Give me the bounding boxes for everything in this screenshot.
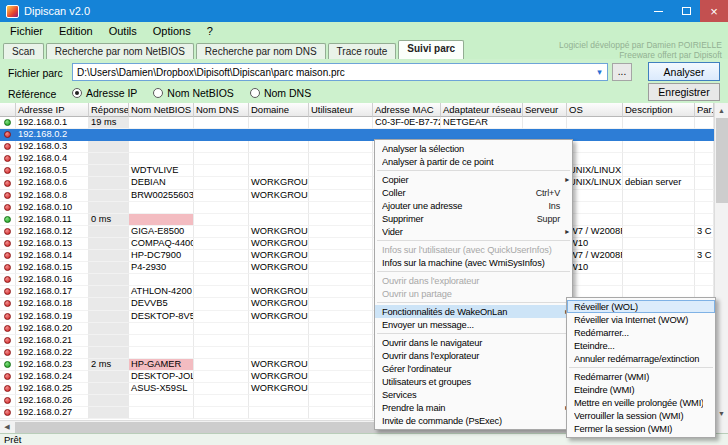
column-header-nom-dns[interactable]: Nom DNS	[194, 103, 249, 117]
column-header-utilisateur[interactable]: Utilisateur	[309, 103, 373, 117]
menu-item-label: Eteindre...	[574, 341, 703, 351]
tab-recherche-par-nom-dns[interactable]: Recherche par nom DNS	[196, 43, 326, 59]
context-menu-item-vider[interactable]: Vider▸	[375, 225, 572, 238]
wol-submenu-item-r-veiller-wol[interactable]: Réveiller (WOL)	[567, 300, 715, 313]
context-menu-item-g-rer-l-ordinateur[interactable]: Gérer l'ordinateur	[375, 362, 572, 375]
cell-os	[567, 117, 623, 129]
radio-nom-dns[interactable]: Nom DNS	[250, 87, 311, 99]
tab-suivi-parc[interactable]: Suivi parc	[398, 40, 464, 59]
cell-ip: 192.168.0.2	[16, 129, 89, 141]
table-row-192-168-0-15[interactable]: 192.168.0.15P4-2930WORKGROUPW10	[0, 262, 714, 274]
vertical-scrollbar[interactable]: ▲ ▼	[714, 103, 728, 420]
context-menu-item-analyser-la-s-lection[interactable]: Analyser la sélection	[375, 142, 572, 155]
combo-dropdown-icon[interactable]: ▾	[592, 67, 607, 77]
context-menu-item-envoyer-un-message[interactable]: Envoyer un message...	[375, 318, 572, 331]
wol-submenu-item-verrouiller-la-session-wmi[interactable]: Verrouiller la session (WMI)	[567, 409, 715, 422]
cell-par	[695, 238, 714, 250]
wol-submenu-item-red-marrer[interactable]: Redémarrer...	[567, 326, 715, 339]
context-menu-item-coller[interactable]: CollerCtrl+V	[375, 186, 572, 199]
wol-submenu-item-red-marrer-wmi[interactable]: Redémarrer (WMI)	[567, 370, 715, 383]
analyser-button[interactable]: Analyser	[648, 62, 720, 81]
enregistrer-button[interactable]: Enregistrer	[648, 83, 720, 101]
wol-submenu-item-fermer-la-session-wmi[interactable]: Fermer la session (WMI)	[567, 422, 715, 435]
cell-ip: 192.168.0.3	[16, 141, 89, 153]
wol-submenu-item-annuler-red-marrage-extinction[interactable]: Annuler redémarrage/extinction	[567, 352, 715, 365]
table-row-192-168-0-14[interactable]: 192.168.0.14HP-DC7900WORKGROUPW7 / W2008…	[0, 250, 714, 262]
menubar-item-outils[interactable]: Outils	[101, 23, 145, 39]
column-header-nom-netbios[interactable]: Nom NetBIOS	[129, 103, 194, 117]
cell-domain	[249, 347, 309, 359]
tab-recherche-par-nom-netbios[interactable]: Recherche par nom NetBIOS	[46, 43, 194, 59]
column-header-serveur[interactable]: Serveur	[523, 103, 567, 117]
context-menu-item-prendre-la-main[interactable]: Prendre la main▸	[375, 401, 572, 414]
table-row-192-168-0-8[interactable]: 192.168.0.8BRW00255603...WORKGROUP	[0, 190, 714, 202]
cell-dns	[194, 286, 249, 298]
radio-adresse-ip[interactable]: Adresse IP	[72, 87, 137, 99]
scroll-left-icon[interactable]: ◀	[0, 421, 14, 433]
context-menu-item-utilisateurs-et-groupes[interactable]: Utilisateurs et groupes	[375, 375, 572, 388]
column-header-status[interactable]	[0, 103, 16, 117]
menubar-item-options[interactable]: Options	[145, 23, 199, 39]
table-row-192-168-0-10[interactable]: 192.168.0.10	[0, 202, 714, 214]
wol-submenu-item-eteindre-wmi[interactable]: Eteindre (WMI)	[567, 383, 715, 396]
maximize-button[interactable]	[672, 0, 700, 22]
table-row-192-168-0-3[interactable]: 192.168.0.3	[0, 141, 714, 153]
minimize-button[interactable]	[644, 0, 672, 22]
context-menu-item-analyser-partir-de-ce-point[interactable]: Analyser à partir de ce point	[375, 155, 572, 168]
tab-trace-route[interactable]: Trace route	[328, 43, 397, 59]
vertical-scroll-thumb[interactable]	[716, 118, 728, 203]
context-menu-item-ouvrir-dans-le-navigateur[interactable]: Ouvrir dans le navigateur	[375, 336, 572, 349]
context-menu-item-infos-sur-la-machine-avec-wmisysinfos[interactable]: Infos sur la machine (avec WmiSysInfos)	[375, 256, 572, 269]
wol-submenu-item-r-veiller-via-internet-wow[interactable]: Réveiller via Internet (WOW)	[567, 313, 715, 326]
cell-ip: 192.168.0.20	[16, 323, 89, 335]
context-menu-item-copier[interactable]: Copier▸	[375, 173, 572, 186]
menubar-item-fichier[interactable]: Fichier	[2, 23, 51, 39]
menubar-item-edition[interactable]: Edition	[51, 23, 101, 39]
context-menu-item-supprimer[interactable]: SupprimerSuppr	[375, 212, 572, 225]
scroll-down-icon[interactable]: ▼	[715, 406, 728, 420]
status-red-icon	[4, 385, 11, 392]
browse-button[interactable]: ...	[612, 63, 632, 81]
column-header-adresse-ip[interactable]: Adresse IP	[16, 103, 89, 117]
column-header-r-ponse[interactable]: Réponse	[89, 103, 129, 117]
table-row-192-168-0-11[interactable]: 192.168.0.110 ms	[0, 214, 714, 226]
column-header-os[interactable]: OS	[567, 103, 623, 117]
wol-submenu-item-eteindre[interactable]: Eteindre...	[567, 339, 715, 352]
column-header-adresse-mac[interactable]: Adresse MAC	[373, 103, 441, 117]
cell-response	[89, 202, 129, 214]
column-header-adaptateur-r-seau[interactable]: Adaptateur réseau	[441, 103, 523, 117]
menubar-item-help[interactable]: ?	[199, 23, 221, 39]
cell-dns	[194, 323, 249, 335]
cell-domain	[249, 202, 309, 214]
context-menu-item-invite-de-commande-psexec[interactable]: Invite de commande (PsExec)	[375, 414, 572, 427]
context-menu-item-ouvrir-dans-l-explorateur[interactable]: Ouvrir dans l'explorateur	[375, 349, 572, 362]
table-row-192-168-0-4[interactable]: 192.168.0.4	[0, 153, 714, 165]
menu-shortcut: Suppr	[537, 214, 560, 224]
context-menu-item-fonctionnalit-s-de-wakeonlan[interactable]: Fonctionnalités de WakeOnLan▸	[375, 305, 572, 318]
context-menu-item-ajouter-une-adresse[interactable]: Ajouter une adresseIns	[375, 199, 572, 212]
column-header-domaine[interactable]: Domaine	[249, 103, 309, 117]
context-menu-item-services[interactable]: Services	[375, 388, 572, 401]
parc-file-combobox[interactable]: D:\Users\Damien\Dropbox\Dipisoft\Dipisca…	[72, 63, 608, 81]
table-row-192-168-0-2[interactable]: 192.168.0.2	[0, 129, 714, 141]
context-menu-item-ouvrir-dans-l-explorateur[interactable]: Ouvrir dans l'explorateur	[375, 274, 572, 287]
scroll-up-icon[interactable]: ▲	[715, 103, 728, 117]
table-row-192-168-0-13[interactable]: 192.168.0.13COMPAQ-4400WORKGROUPW10	[0, 238, 714, 250]
column-header-description[interactable]: Description	[623, 103, 695, 117]
table-row-192-168-0-16[interactable]: 192.168.0.16	[0, 274, 714, 286]
menu-item-label: Services	[382, 390, 560, 400]
cell-description	[623, 262, 695, 274]
table-row-192-168-0-6[interactable]: 192.168.0.6DEBIANWORKGROUPUNIX/LINUXdebi…	[0, 177, 714, 189]
cell-domain: WORKGROUP	[249, 383, 309, 395]
close-button[interactable]: ×	[700, 0, 728, 22]
table-row-192-168-0-1[interactable]: 192.168.0.119 msC0-3F-0E-B7-72-BCNETGEAR	[0, 117, 714, 129]
column-header-par[interactable]: Par...	[695, 103, 714, 117]
context-menu-item-infos-sur-l-utilisateur-avec-quickuserinfos[interactable]: Infos sur l'utilisateur (avec QuickUserI…	[375, 243, 572, 256]
context-menu-item-ouvrir-un-partage[interactable]: Ouvrir un partage	[375, 287, 572, 300]
radio-nom-netbios[interactable]: Nom NetBIOS	[153, 87, 234, 99]
cell-domain	[249, 165, 309, 177]
table-row-192-168-0-5[interactable]: 192.168.0.5WDTVLIVEUNIX/LINUX	[0, 165, 714, 177]
tab-scan[interactable]: Scan	[3, 43, 44, 59]
table-row-192-168-0-12[interactable]: 192.168.0.12GIGA-E8500WORKGROUPW7 / W200…	[0, 226, 714, 238]
wol-submenu-item-mettre-en-veille-prolong-e-wmi[interactable]: Mettre en veille prolongée (WMI)	[567, 396, 715, 409]
